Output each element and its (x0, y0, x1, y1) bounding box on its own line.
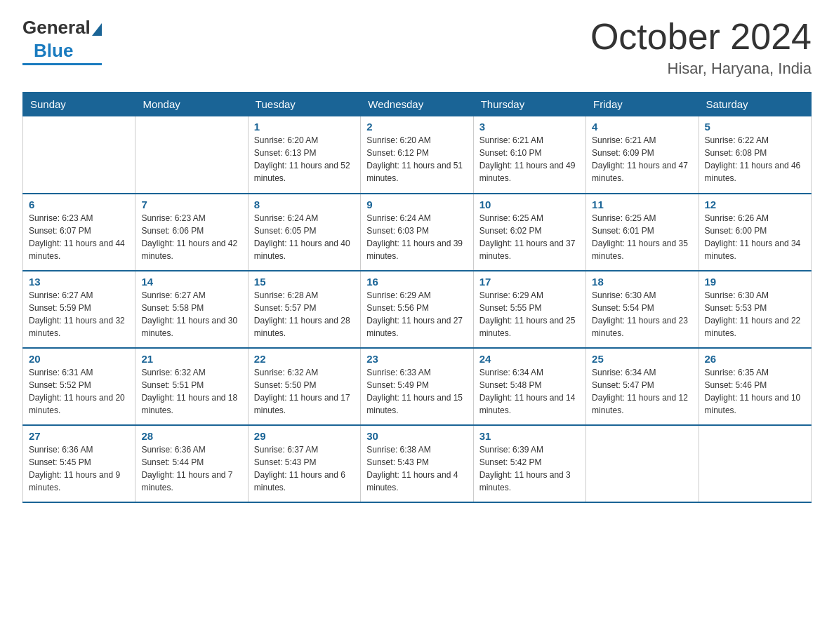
day-number: 29 (254, 430, 355, 442)
day-info: Sunrise: 6:28 AMSunset: 5:57 PMDaylight:… (254, 289, 355, 340)
day-info: Sunrise: 6:32 AMSunset: 5:51 PMDaylight:… (141, 366, 241, 417)
title-area: October 2024 Hisar, Haryana, India (590, 17, 812, 78)
day-info: Sunrise: 6:20 AMSunset: 6:13 PMDaylight:… (254, 134, 355, 185)
calendar-cell: 1Sunrise: 6:20 AMSunset: 6:13 PMDaylight… (248, 116, 360, 194)
day-number: 6 (29, 199, 129, 210)
day-info: Sunrise: 6:21 AMSunset: 6:09 PMDaylight:… (592, 134, 692, 185)
calendar-cell: 16Sunrise: 6:29 AMSunset: 5:56 PMDayligh… (361, 271, 473, 348)
calendar-cell: 30Sunrise: 6:38 AMSunset: 5:43 PMDayligh… (361, 425, 473, 502)
day-info: Sunrise: 6:38 AMSunset: 5:43 PMDaylight:… (366, 443, 467, 494)
calendar-cell: 25Sunrise: 6:34 AMSunset: 5:47 PMDayligh… (586, 348, 699, 425)
header-wednesday: Wednesday (361, 93, 473, 116)
day-number: 5 (705, 121, 805, 133)
logo-underline (22, 63, 102, 65)
logo: General Blue (22, 17, 102, 65)
day-number: 1 (254, 121, 355, 133)
calendar-cell: 27Sunrise: 6:36 AMSunset: 5:45 PMDayligh… (23, 425, 135, 502)
day-number: 20 (29, 353, 129, 365)
calendar-cell: 15Sunrise: 6:28 AMSunset: 5:57 PMDayligh… (248, 271, 360, 348)
calendar-cell (699, 425, 811, 502)
header-monday: Monday (135, 93, 248, 116)
day-info: Sunrise: 6:36 AMSunset: 5:45 PMDaylight:… (29, 443, 129, 494)
day-info: Sunrise: 6:23 AMSunset: 6:06 PMDaylight:… (141, 212, 241, 262)
day-number: 3 (479, 121, 580, 133)
day-number: 25 (592, 353, 692, 365)
calendar-cell: 31Sunrise: 6:39 AMSunset: 5:42 PMDayligh… (473, 425, 585, 502)
calendar-table: SundayMondayTuesdayWednesdayThursdayFrid… (22, 92, 812, 503)
calendar-cell: 19Sunrise: 6:30 AMSunset: 5:53 PMDayligh… (699, 271, 811, 348)
calendar-cell: 18Sunrise: 6:30 AMSunset: 5:54 PMDayligh… (586, 271, 699, 348)
day-info: Sunrise: 6:21 AMSunset: 6:10 PMDaylight:… (479, 134, 580, 185)
day-info: Sunrise: 6:30 AMSunset: 5:53 PMDaylight:… (705, 289, 805, 340)
week-row-2: 6Sunrise: 6:23 AMSunset: 6:07 PMDaylight… (23, 194, 812, 271)
day-info: Sunrise: 6:27 AMSunset: 5:58 PMDaylight:… (141, 289, 241, 340)
location-text: Hisar, Haryana, India (590, 60, 812, 78)
day-info: Sunrise: 6:37 AMSunset: 5:43 PMDaylight:… (254, 443, 355, 494)
day-number: 23 (366, 353, 467, 365)
calendar-cell: 20Sunrise: 6:31 AMSunset: 5:52 PMDayligh… (23, 348, 135, 425)
day-info: Sunrise: 6:34 AMSunset: 5:48 PMDaylight:… (479, 366, 580, 417)
day-info: Sunrise: 6:25 AMSunset: 6:02 PMDaylight:… (479, 212, 580, 262)
header-thursday: Thursday (473, 93, 585, 116)
calendar-cell: 8Sunrise: 6:24 AMSunset: 6:05 PMDaylight… (248, 194, 360, 271)
calendar-cell: 17Sunrise: 6:29 AMSunset: 5:55 PMDayligh… (473, 271, 585, 348)
calendar-cell: 5Sunrise: 6:22 AMSunset: 6:08 PMDaylight… (699, 116, 811, 194)
day-number: 31 (479, 430, 580, 442)
day-number: 19 (705, 276, 805, 288)
calendar-cell: 4Sunrise: 6:21 AMSunset: 6:09 PMDaylight… (586, 116, 699, 194)
week-row-3: 13Sunrise: 6:27 AMSunset: 5:59 PMDayligh… (23, 271, 812, 348)
header-saturday: Saturday (699, 93, 811, 116)
day-number: 16 (366, 276, 467, 288)
day-number: 2 (366, 121, 467, 133)
day-info: Sunrise: 6:23 AMSunset: 6:07 PMDaylight:… (29, 212, 129, 262)
day-info: Sunrise: 6:30 AMSunset: 5:54 PMDaylight:… (592, 289, 692, 340)
calendar-cell: 28Sunrise: 6:36 AMSunset: 5:44 PMDayligh… (135, 425, 248, 502)
day-info: Sunrise: 6:29 AMSunset: 5:56 PMDaylight:… (366, 289, 467, 340)
day-info: Sunrise: 6:29 AMSunset: 5:55 PMDaylight:… (479, 289, 580, 340)
day-number: 28 (141, 430, 241, 442)
day-number: 15 (254, 276, 355, 288)
day-number: 7 (141, 199, 241, 210)
day-info: Sunrise: 6:26 AMSunset: 6:00 PMDaylight:… (705, 212, 805, 262)
calendar-cell: 29Sunrise: 6:37 AMSunset: 5:43 PMDayligh… (248, 425, 360, 502)
day-number: 11 (592, 199, 692, 210)
week-row-1: 1Sunrise: 6:20 AMSunset: 6:13 PMDaylight… (23, 116, 812, 194)
calendar-cell: 12Sunrise: 6:26 AMSunset: 6:00 PMDayligh… (699, 194, 811, 271)
day-info: Sunrise: 6:27 AMSunset: 5:59 PMDaylight:… (29, 289, 129, 340)
day-number: 18 (592, 276, 692, 288)
day-info: Sunrise: 6:36 AMSunset: 5:44 PMDaylight:… (141, 443, 241, 494)
day-number: 10 (479, 199, 580, 210)
logo-triangle-icon (92, 23, 102, 36)
calendar-cell: 3Sunrise: 6:21 AMSunset: 6:10 PMDaylight… (473, 116, 585, 194)
calendar-cell: 9Sunrise: 6:24 AMSunset: 6:03 PMDaylight… (361, 194, 473, 271)
calendar-cell: 7Sunrise: 6:23 AMSunset: 6:06 PMDaylight… (135, 194, 248, 271)
calendar-cell: 10Sunrise: 6:25 AMSunset: 6:02 PMDayligh… (473, 194, 585, 271)
calendar-cell (23, 116, 135, 194)
day-number: 30 (366, 430, 467, 442)
header-friday: Friday (586, 93, 699, 116)
day-number: 21 (141, 353, 241, 365)
header-tuesday: Tuesday (248, 93, 360, 116)
calendar-cell: 11Sunrise: 6:25 AMSunset: 6:01 PMDayligh… (586, 194, 699, 271)
day-info: Sunrise: 6:24 AMSunset: 6:03 PMDaylight:… (366, 212, 467, 262)
calendar-cell: 2Sunrise: 6:20 AMSunset: 6:12 PMDaylight… (361, 116, 473, 194)
day-info: Sunrise: 6:33 AMSunset: 5:49 PMDaylight:… (366, 366, 467, 417)
day-info: Sunrise: 6:35 AMSunset: 5:46 PMDaylight:… (705, 366, 805, 417)
day-number: 9 (366, 199, 467, 210)
calendar-cell: 23Sunrise: 6:33 AMSunset: 5:49 PMDayligh… (361, 348, 473, 425)
calendar-cell (586, 425, 699, 502)
day-number: 17 (479, 276, 580, 288)
day-number: 4 (592, 121, 692, 133)
day-number: 26 (705, 353, 805, 365)
logo-blue-text: Blue (34, 40, 73, 62)
page-header: General Blue October 2024 Hisar, Haryana… (22, 17, 812, 78)
logo-general-text: General (22, 17, 91, 39)
calendar-cell: 6Sunrise: 6:23 AMSunset: 6:07 PMDaylight… (23, 194, 135, 271)
day-number: 12 (705, 199, 805, 210)
day-number: 27 (29, 430, 129, 442)
calendar-header-row: SundayMondayTuesdayWednesdayThursdayFrid… (23, 93, 812, 116)
month-title: October 2024 (590, 17, 812, 57)
day-number: 24 (479, 353, 580, 365)
day-info: Sunrise: 6:34 AMSunset: 5:47 PMDaylight:… (592, 366, 692, 417)
day-info: Sunrise: 6:32 AMSunset: 5:50 PMDaylight:… (254, 366, 355, 417)
